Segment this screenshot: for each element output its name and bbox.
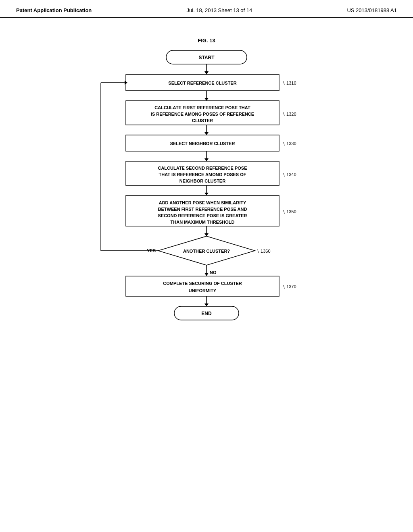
svg-text:NEIGHBOR CLUSTER: NEIGHBOR CLUSTER [179,179,225,183]
header-date-sheet: Jul. 18, 2013 Sheet 13 of 14 [187,7,252,13]
header-patent-number: US 2013/0181988 A1 [347,7,397,13]
svg-text:UNIFORMITY: UNIFORMITY [189,288,217,293]
svg-text:CLUSTER: CLUSTER [192,118,213,123]
page-header: Patent Application Publication Jul. 18, … [0,0,413,18]
node-1370-rect [126,276,279,296]
svg-marker-16 [204,158,209,161]
svg-marker-14 [204,132,209,135]
node-1370-ref: ∖ 1370 [282,284,296,289]
node-1310-text: SELECT REFERENCE CLUSTER [168,81,236,85]
svg-container: FIG. 13 START SELECT REFERENCE CLUSTER ∖… [0,20,413,524]
node-1330-text: SELECT NEIGHBOR CLUSTER [170,141,235,146]
end-text: END [201,311,212,316]
svg-marker-21 [204,193,209,195]
start-text: START [198,55,215,60]
svg-text:COMPLETE SECURING OF CLUSTER: COMPLETE SECURING OF CLUSTER [163,281,242,286]
node-1330-ref: ∖ 1330 [282,141,296,146]
svg-text:THAT IS REFERENCE AMONG POSES : THAT IS REFERENCE AMONG POSES OF [159,172,246,177]
node-1340-ref: ∖ 1340 [282,172,296,177]
svg-text:CALCULATE FIRST REFERENCE POSE: CALCULATE FIRST REFERENCE POSE THAT [154,105,250,110]
fig-label: FIG. 13 [198,37,215,44]
svg-text:SECOND REFERENCE POSE IS GREAT: SECOND REFERENCE POSE IS GREATER [158,213,247,218]
node-1360-ref: ∖ 1360 [257,249,271,254]
svg-text:BETWEEN FIRST REFERENCE POSE A: BETWEEN FIRST REFERENCE POSE AND [158,207,247,212]
svg-text:IS REFERENCE AMONG POSES OF RE: IS REFERENCE AMONG POSES OF REFERENCE [151,112,254,116]
full-flowchart-svg: FIG. 13 START SELECT REFERENCE CLUSTER ∖… [0,20,413,524]
node-1310-ref: ∖ 1310 [282,81,296,85]
svg-marker-9 [204,98,209,101]
svg-marker-7 [204,71,209,75]
node-1360-text: ANOTHER CLUSTER? [183,249,230,254]
svg-marker-33 [204,303,209,306]
svg-text:CALCULATE SECOND REFERENCE POS: CALCULATE SECOND REFERENCE POSE [158,166,247,170]
node-1350-ref: ∖ 1350 [282,209,296,214]
svg-marker-27 [204,233,209,236]
node-1320-ref: ∖ 1320 [282,112,296,116]
svg-text:THAN MAXIMUM THRESHOLD: THAN MAXIMUM THRESHOLD [171,220,235,224]
header-publication-label: Patent Application Publication [16,7,92,13]
svg-text:ADD ANOTHER POSE WHEN SIMILARI: ADD ANOTHER POSE WHEN SIMILARITY [159,200,246,205]
no-label: NO [210,270,217,275]
svg-marker-29 [204,273,209,276]
